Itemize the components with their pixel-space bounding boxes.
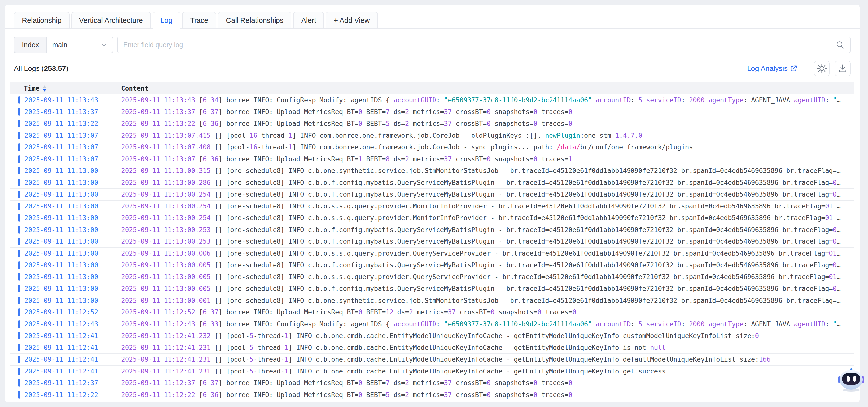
log-time-value: 2025-09-11 11:13:22 bbox=[24, 120, 98, 127]
table-row[interactable]: 2025-09-11 11:12:222025-09-11 11:12:22 [… bbox=[10, 389, 854, 401]
log-time-cell: 2025-09-11 11:13:00 bbox=[10, 214, 121, 222]
table-settings-button[interactable] bbox=[814, 61, 830, 76]
log-time-value: 2025-09-11 11:13:00 bbox=[24, 167, 98, 174]
log-count-value: 253.57 bbox=[44, 65, 66, 72]
table-row[interactable]: 2025-09-11 11:13:072025-09-11 11:13:07.4… bbox=[10, 141, 854, 154]
table-row[interactable]: 2025-09-11 11:13:222025-09-11 11:13:22 [… bbox=[10, 118, 854, 130]
log-level-marker bbox=[18, 96, 20, 104]
table-row[interactable]: 2025-09-11 11:13:002025-09-11 11:13:00.0… bbox=[10, 283, 854, 295]
log-query-input[interactable] bbox=[123, 41, 836, 49]
log-content-cell: 2025-09-11 11:12:37 [6 37] bonree INFO: … bbox=[121, 379, 854, 387]
log-level-marker bbox=[18, 143, 20, 151]
table-row[interactable]: 2025-09-11 11:12:432025-09-11 11:12:43 [… bbox=[10, 318, 854, 330]
log-content-cell: 2025-09-11 11:13:00.001 [] [one-schedule… bbox=[121, 297, 854, 304]
table-row[interactable]: 2025-09-11 11:13:002025-09-11 11:13:00.2… bbox=[10, 212, 854, 224]
table-row[interactable]: 2025-09-11 11:12:412025-09-11 11:12:41.2… bbox=[10, 354, 854, 366]
tab-relationship[interactable]: Relationship bbox=[14, 12, 69, 29]
table-row[interactable]: 2025-09-11 11:13:072025-09-11 11:13:07.4… bbox=[10, 130, 854, 142]
index-select[interactable]: main bbox=[46, 37, 113, 53]
log-content-cell: 2025-09-11 11:13:37 [6 37] bonree INFO: … bbox=[121, 108, 854, 116]
log-content-cell: 2025-09-11 11:13:00.286 [] [one-schedule… bbox=[121, 179, 854, 186]
table-row[interactable]: 2025-09-11 11:12:412025-09-11 11:12:41.2… bbox=[10, 330, 854, 342]
table-row[interactable]: 2025-09-11 11:13:432025-09-11 11:13:43 [… bbox=[10, 94, 854, 106]
search-icon bbox=[836, 40, 845, 49]
table-row[interactable]: 2025-09-11 11:12:522025-09-11 11:12:52 [… bbox=[10, 306, 854, 318]
log-time-cell: 2025-09-11 11:13:00 bbox=[10, 203, 121, 210]
table-row[interactable]: 2025-09-11 11:13:002025-09-11 11:13:00.2… bbox=[10, 236, 854, 248]
log-level-marker bbox=[18, 108, 20, 116]
log-time-cell: 2025-09-11 11:13:00 bbox=[10, 167, 121, 174]
log-content-cell: 2025-09-11 11:13:43 [6 34] bonree INFO: … bbox=[121, 96, 854, 104]
log-content-cell: 2025-09-11 11:13:00.253 [] [one-schedule… bbox=[121, 226, 854, 234]
log-time-cell: 2025-09-11 11:13:00 bbox=[10, 226, 121, 234]
log-time-cell: 2025-09-11 11:13:43 bbox=[10, 96, 121, 104]
log-time-cell: 2025-09-11 11:12:37 bbox=[10, 379, 121, 387]
download-logs-button[interactable] bbox=[835, 61, 850, 76]
table-row[interactable]: 2025-09-11 11:13:002025-09-11 11:13:00.0… bbox=[10, 248, 854, 260]
log-time-value: 2025-09-11 11:13:00 bbox=[24, 250, 98, 257]
log-time-cell: 2025-09-11 11:12:52 bbox=[10, 308, 121, 316]
log-time-value: 2025-09-11 11:13:00 bbox=[24, 226, 98, 234]
table-row[interactable]: 2025-09-11 11:12:412025-09-11 11:12:41.2… bbox=[10, 342, 854, 354]
log-time-value: 2025-09-11 11:13:43 bbox=[24, 96, 98, 104]
log-level-marker bbox=[18, 179, 20, 186]
table-actions: Log Analysis bbox=[747, 61, 850, 76]
tab-log[interactable]: Log bbox=[153, 12, 180, 29]
table-row[interactable]: 2025-09-11 11:12:412025-09-11 11:12:41.2… bbox=[10, 366, 854, 377]
log-level-marker bbox=[18, 273, 20, 281]
log-time-value: 2025-09-11 11:13:07 bbox=[24, 155, 98, 163]
log-time-cell: 2025-09-11 11:13:00 bbox=[10, 238, 121, 245]
table-row[interactable]: 2025-09-11 11:13:002025-09-11 11:13:00.2… bbox=[10, 177, 854, 189]
time-sort-control[interactable] bbox=[42, 85, 47, 92]
log-content-cell: 2025-09-11 11:13:00.005 [] [one-schedule… bbox=[121, 273, 854, 281]
index-filter-group: Index main bbox=[14, 37, 113, 53]
log-time-cell: 2025-09-11 11:12:41 bbox=[10, 368, 121, 375]
log-content-cell: 2025-09-11 11:13:07.415 [] [pool-16-thre… bbox=[121, 132, 854, 139]
log-time-cell: 2025-09-11 11:12:41 bbox=[10, 344, 121, 351]
view-tab-bar: RelationshipVertical ArchitectureLogTrac… bbox=[5, 5, 860, 29]
log-time-cell: 2025-09-11 11:13:07 bbox=[10, 132, 121, 139]
tab-trace[interactable]: Trace bbox=[182, 12, 216, 29]
table-row[interactable]: 2025-09-11 11:13:002025-09-11 11:13:00.2… bbox=[10, 201, 854, 212]
log-content-cell: 2025-09-11 11:12:41.231 [] [pool-5-threa… bbox=[121, 368, 854, 375]
time-column-label: Time bbox=[24, 84, 39, 92]
table-row[interactable]: 2025-09-11 11:13:002025-09-11 11:13:00.0… bbox=[10, 259, 854, 271]
robot-mascot-icon bbox=[838, 368, 864, 392]
log-content-cell: 2025-09-11 11:13:07 [6 36] bonree INFO: … bbox=[121, 155, 854, 163]
log-query-input-box bbox=[117, 37, 851, 53]
table-row[interactable]: 2025-09-11 11:13:002025-09-11 11:13:00.2… bbox=[10, 189, 854, 201]
table-row[interactable]: 2025-09-11 11:13:072025-09-11 11:13:07 [… bbox=[10, 154, 854, 165]
tab-add-view[interactable]: + Add View bbox=[326, 12, 378, 29]
table-row[interactable]: 2025-09-11 11:13:002025-09-11 11:13:00.0… bbox=[10, 295, 854, 307]
log-time-cell: 2025-09-11 11:13:00 bbox=[10, 179, 121, 186]
log-level-marker bbox=[18, 203, 20, 210]
tab-alert[interactable]: Alert bbox=[293, 12, 324, 29]
log-view-panel: RelationshipVertical ArchitectureLogTrac… bbox=[5, 5, 860, 402]
tab-call-relationships[interactable]: Call Relationships bbox=[218, 12, 291, 29]
robot-assistant-button[interactable] bbox=[837, 366, 866, 392]
log-level-marker bbox=[18, 191, 20, 198]
log-time-cell: 2025-09-11 11:12:22 bbox=[10, 391, 121, 399]
log-level-marker bbox=[18, 297, 20, 304]
log-content-cell: 2025-09-11 11:13:00.005 [] [one-schedule… bbox=[121, 261, 854, 269]
log-level-marker bbox=[18, 226, 20, 234]
time-column-header[interactable]: Time bbox=[10, 84, 121, 92]
tab-vertical-architecture[interactable]: Vertical Architecture bbox=[71, 12, 151, 29]
log-time-value: 2025-09-11 11:13:00 bbox=[24, 297, 98, 304]
table-row[interactable]: 2025-09-11 11:13:002025-09-11 11:13:00.0… bbox=[10, 271, 854, 283]
log-level-marker bbox=[18, 332, 20, 339]
log-time-value: 2025-09-11 11:12:41 bbox=[24, 368, 98, 375]
table-row[interactable]: 2025-09-11 11:13:002025-09-11 11:13:00.3… bbox=[10, 165, 854, 177]
table-row[interactable]: 2025-09-11 11:13:372025-09-11 11:13:37 [… bbox=[10, 106, 854, 118]
log-time-cell: 2025-09-11 11:12:43 bbox=[10, 320, 121, 328]
log-time-cell: 2025-09-11 11:13:00 bbox=[10, 285, 121, 292]
log-content-cell: 2025-09-11 11:13:00.253 [] [one-schedule… bbox=[121, 238, 854, 245]
log-time-cell: 2025-09-11 11:13:00 bbox=[10, 191, 121, 198]
table-row[interactable]: 2025-09-11 11:13:002025-09-11 11:13:00.2… bbox=[10, 224, 854, 236]
log-level-marker bbox=[18, 308, 20, 316]
log-analysis-link[interactable]: Log Analysis bbox=[747, 65, 798, 73]
table-row[interactable]: 2025-09-11 11:12:072025-09-11 11:12:07 [… bbox=[10, 401, 854, 402]
log-level-marker bbox=[18, 132, 20, 139]
table-row[interactable]: 2025-09-11 11:12:372025-09-11 11:12:37 [… bbox=[10, 377, 854, 389]
log-content-cell: 2025-09-11 11:13:00.254 [] [one-schedule… bbox=[121, 214, 854, 222]
